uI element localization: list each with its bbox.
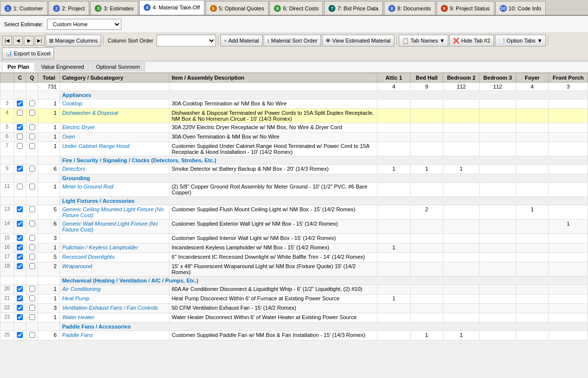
nav-next-btn[interactable]: ▶ <box>24 36 34 46</box>
checkbox-c[interactable] <box>14 262 26 277</box>
checkbox-q[interactable] <box>26 205 38 220</box>
checkbox-q[interactable] <box>26 234 38 243</box>
checkbox-c[interactable] <box>14 109 26 123</box>
checkbox-c[interactable] <box>14 99 26 109</box>
row-frontporch <box>549 109 588 123</box>
nav-prev-btn[interactable]: ◀ <box>13 36 23 46</box>
table-row: 3 1 Cooktop 30A Cooktop Termination w/ N… <box>0 99 588 109</box>
row-category: Dishwasher & Disposal <box>60 109 169 123</box>
checkbox-q[interactable] <box>26 220 38 234</box>
nav-first-btn[interactable]: |◀ <box>2 36 12 46</box>
checkbox-q[interactable] <box>26 142 38 156</box>
export-excel-btn[interactable]: 📊 Export to Excel <box>2 47 54 59</box>
checkbox-c[interactable] <box>14 243 26 253</box>
row-foyer <box>516 253 548 262</box>
checkbox-q[interactable] <box>26 123 38 133</box>
manage-columns-btn[interactable]: ⊞ Manage Columns <box>46 35 101 47</box>
checkbox-q[interactable] <box>26 243 38 253</box>
checkbox-c[interactable] <box>14 253 26 262</box>
row-frontporch <box>549 313 588 323</box>
row-num: 11 <box>0 183 14 197</box>
checkbox-c[interactable] <box>14 285 26 294</box>
row-bedroom2 <box>443 313 479 323</box>
checkbox-c[interactable] <box>14 165 26 174</box>
view-estimated-btn[interactable]: 👁 View Estimated Material <box>322 35 394 47</box>
row-attic1 <box>377 183 410 197</box>
row-foyer <box>516 304 548 313</box>
row-frontporch <box>549 123 588 133</box>
row-category: Detectors <box>60 165 169 174</box>
checkbox-c[interactable] <box>14 331 26 340</box>
row-foyer <box>516 99 548 109</box>
checkbox-c[interactable] <box>14 234 26 243</box>
checkbox-q[interactable] <box>26 285 38 294</box>
table-row: 9 6 Detectors Smoke Detector w/ Battery … <box>0 165 588 174</box>
row-bedroom3 <box>480 294 516 304</box>
row-category: Cooktop <box>60 99 169 109</box>
checkbox-q[interactable] <box>26 183 38 197</box>
section-header: Fire / Security / Signaling / Clocks (De… <box>60 156 588 165</box>
column-sort-select[interactable] <box>157 35 216 47</box>
row-foyer <box>516 331 548 340</box>
checkbox-q[interactable] <box>26 165 38 174</box>
checkbox-c[interactable] <box>14 123 26 133</box>
tab-bid-price[interactable]: 7 7: Bid Price Data <box>324 1 383 15</box>
checkbox-c[interactable] <box>14 294 26 304</box>
row-description: Customer Supplied Exterior Wall Light w/… <box>169 220 377 234</box>
plan-tab-per-plan[interactable]: Per Plan <box>2 62 35 71</box>
checkbox-c[interactable] <box>14 205 26 220</box>
checkbox-c[interactable] <box>14 133 26 142</box>
estimate-selector[interactable]: Custom Home <box>47 19 121 30</box>
checkbox-c[interactable] <box>14 142 26 156</box>
checkbox-c[interactable] <box>14 313 26 323</box>
checkbox-q[interactable] <box>26 253 38 262</box>
section-header: Grounding <box>60 174 588 183</box>
tab-material-takeoff[interactable]: 4 4: Material Take-Off <box>139 0 205 15</box>
checkbox-q[interactable] <box>26 304 38 313</box>
tab-optional-quotes[interactable]: 5 5: Optional Quotes <box>206 1 269 15</box>
tab-project[interactable]: 2 2: Project <box>49 1 89 15</box>
row-attic1 <box>377 220 410 234</box>
row-num: 25 <box>0 331 14 340</box>
row-category: Wraparound <box>60 262 169 277</box>
checkbox-q[interactable] <box>26 313 38 323</box>
tab-direct-costs[interactable]: 6 6: Direct Costs <box>269 1 323 15</box>
checkbox-q[interactable] <box>26 109 38 123</box>
row-bedroom3 <box>480 313 516 323</box>
tab-names-btn[interactable]: 📋 Tab Names ▼ <box>399 35 449 47</box>
table-row: 16 1 Pullchain / Keyless Lampholder Inca… <box>0 243 588 253</box>
tab-customer[interactable]: 1 1: Customer <box>0 1 48 15</box>
row-total: 6 <box>38 165 60 174</box>
table-row: Mechanical (Heating / Ventilation / A/C … <box>0 277 588 285</box>
row-bedroom3 <box>480 142 516 156</box>
row-attic1 <box>377 304 410 313</box>
row-bedroom2 <box>443 220 479 234</box>
checkbox-c[interactable] <box>14 183 26 197</box>
checkbox-c[interactable] <box>14 304 26 313</box>
row-foyer <box>516 285 548 294</box>
row-bedroom3 <box>480 220 516 234</box>
checkbox-q[interactable] <box>26 331 38 340</box>
tab-code-info[interactable]: 10 10: Code Info <box>495 1 546 15</box>
add-material-icon: + <box>224 38 227 44</box>
checkbox-c[interactable] <box>14 220 26 234</box>
checkbox-q[interactable] <box>26 262 38 277</box>
material-sort-btn[interactable]: ↕ Material Sort Order <box>264 35 321 47</box>
row-category: Oven <box>60 133 169 142</box>
row-num <box>0 174 14 183</box>
checkbox-q[interactable] <box>26 99 38 109</box>
tab-documents[interactable]: 8 8: Documents <box>384 1 435 15</box>
table-row: 21 1 Heat Pump Heat Pump Disconnect With… <box>0 294 588 304</box>
tab-project-status[interactable]: 9 9: Project Status <box>436 1 494 15</box>
tab-estimates[interactable]: 3 3: Estimates <box>90 1 138 15</box>
nav-last-btn[interactable]: ▶| <box>35 36 45 46</box>
checkbox-q[interactable] <box>26 133 38 142</box>
plan-tab-value-eng[interactable]: Value Engineered <box>36 62 90 71</box>
toolbar: |◀ ◀ ▶ ▶| ⊞ Manage Columns Column Sort O… <box>0 33 588 61</box>
table-row: 22 3 Ventilation Exhaust Fans / Fan Cont… <box>0 304 588 313</box>
option-tabs-btn[interactable]: 📑 Option Tabs ▼ <box>495 35 546 47</box>
add-material-btn[interactable]: + Add Material <box>220 35 263 47</box>
plan-tab-optional-sunroom[interactable]: Optional Sunroom <box>91 62 146 71</box>
hide-tab-btn[interactable]: ❌ Hide Tab #2 <box>449 35 494 47</box>
checkbox-q[interactable] <box>26 294 38 304</box>
